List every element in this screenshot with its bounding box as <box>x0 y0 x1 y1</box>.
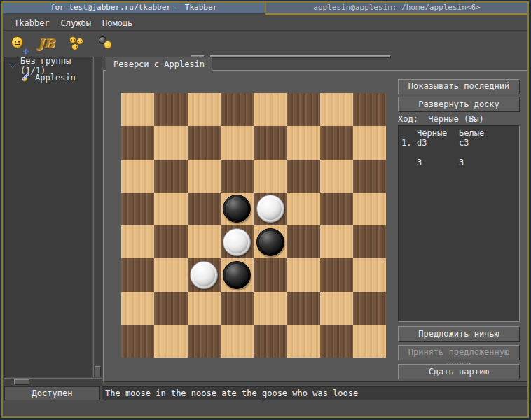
black-disc <box>223 261 251 289</box>
roster-group[interactable]: Без группы (1/1) <box>5 60 92 71</box>
board-cell[interactable] <box>254 292 287 325</box>
board-cell[interactable] <box>254 225 287 258</box>
board-cell[interactable] <box>353 160 386 192</box>
move-list-header-white: Белые <box>459 128 501 138</box>
hscroll-thumb[interactable] <box>14 379 29 385</box>
board-cell[interactable] <box>154 225 187 258</box>
board-cell[interactable] <box>254 192 287 225</box>
board-cell[interactable] <box>254 126 287 159</box>
board-cell[interactable] <box>287 192 319 225</box>
board-cell[interactable] <box>221 192 254 225</box>
board-cell[interactable] <box>221 93 254 126</box>
board-cell[interactable] <box>254 93 287 126</box>
presence-status-button[interactable]: Доступен <box>4 386 100 400</box>
paned-sash-bar[interactable] <box>210 55 391 58</box>
board-cell[interactable] <box>353 325 386 358</box>
board-cell[interactable] <box>121 258 154 291</box>
wm-tab-tkabber[interactable]: for-test@jabber.ru/tkabber - Tkabber <box>3 3 266 15</box>
wm-tab-xterm[interactable]: applesin@applesin: /home/applesin<6> <box>266 3 527 15</box>
board-cell[interactable] <box>353 258 386 291</box>
turn-indicator-label: Ход: Чёрные (Вы) <box>398 114 484 124</box>
board-cell[interactable] <box>154 160 187 192</box>
board-cell[interactable] <box>154 192 187 225</box>
board-cell[interactable] <box>188 160 221 192</box>
jabber-browser-jb-icon[interactable]: JB <box>38 35 59 53</box>
chevron-down-icon[interactable] <box>9 63 16 68</box>
move-row[interactable]: 1.d3c3 <box>401 138 516 148</box>
black-disc <box>256 228 284 256</box>
board-cell[interactable] <box>353 93 386 126</box>
menu-item-tkabber[interactable]: Tkabber <box>8 17 55 29</box>
board-cell[interactable] <box>121 225 154 258</box>
board-cell[interactable] <box>287 93 319 126</box>
reversi-board[interactable] <box>121 93 386 358</box>
board-cell[interactable] <box>188 192 221 225</box>
board-cell[interactable] <box>221 160 254 192</box>
board-cell[interactable] <box>188 93 221 126</box>
presence-balls-icon[interactable] <box>97 35 115 53</box>
board-cell[interactable] <box>287 225 319 258</box>
board-cell[interactable] <box>188 325 221 358</box>
board-cell[interactable] <box>221 225 254 258</box>
contact-name: Applesin <box>35 73 76 83</box>
board-cell[interactable] <box>154 126 187 159</box>
board-cell[interactable] <box>121 93 154 126</box>
vscroll-thumb[interactable] <box>95 366 101 377</box>
board-cell[interactable] <box>154 258 187 291</box>
offer-draw-button[interactable]: Предложить ничью <box>398 326 520 342</box>
board-cell[interactable] <box>320 292 353 325</box>
disc-count-row: 3 3 <box>401 158 516 167</box>
move-list[interactable]: Чёрные Белые 1.d3c3 3 3 <box>398 125 520 322</box>
board-cell[interactable] <box>221 258 254 291</box>
board-cell[interactable] <box>221 292 254 325</box>
board-cell[interactable] <box>221 126 254 159</box>
show-last-move-button[interactable]: Показывать последний ход <box>398 79 520 94</box>
board-cell[interactable] <box>188 258 221 291</box>
add-contact-smiley-icon[interactable]: + <box>10 35 28 53</box>
board-cell[interactable] <box>320 325 353 358</box>
board-cell[interactable] <box>353 225 386 258</box>
board-cell[interactable] <box>188 126 221 159</box>
tkabber-window: for-test@jabber.ru/tkabber - Tkabber app… <box>1 1 529 418</box>
flip-board-button[interactable]: Развернуть доску <box>398 97 520 112</box>
board-cell[interactable] <box>154 93 187 126</box>
groupchat-smileys-icon[interactable] <box>69 35 87 53</box>
menu-item-помощь[interactable]: Помощь <box>97 17 138 29</box>
board-cell[interactable] <box>154 325 187 358</box>
board-cell[interactable] <box>353 292 386 325</box>
board-cell[interactable] <box>254 325 287 358</box>
board-cell[interactable] <box>188 292 221 325</box>
menu-item-службы[interactable]: Службы <box>55 17 97 29</box>
board-cell[interactable] <box>121 160 154 192</box>
board-cell[interactable] <box>221 325 254 358</box>
white-disc-count: 3 <box>459 158 501 167</box>
tab-reversi-game[interactable]: Реверси с Applesin <box>106 57 212 71</box>
board-cell[interactable] <box>287 292 319 325</box>
resign-button[interactable]: Сдать партию <box>398 364 520 379</box>
board-cell[interactable] <box>320 192 353 225</box>
board-cell[interactable] <box>353 126 386 159</box>
board-cell[interactable] <box>254 160 287 192</box>
roster-horizontal-scrollbar[interactable] <box>4 378 102 386</box>
status-message-field[interactable]: The moose in the noose ate the goose who… <box>102 386 527 400</box>
roster-vertical-scrollbar[interactable] <box>93 57 102 377</box>
board-cell[interactable] <box>320 225 353 258</box>
white-move: c3 <box>459 138 501 148</box>
board-cell[interactable] <box>320 93 353 126</box>
board-cell[interactable] <box>287 126 319 159</box>
board-cell[interactable] <box>320 160 353 192</box>
board-cell[interactable] <box>154 292 187 325</box>
board-cell[interactable] <box>121 292 154 325</box>
board-cell[interactable] <box>188 225 221 258</box>
board-cell[interactable] <box>287 325 319 358</box>
board-cell[interactable] <box>287 160 319 192</box>
board-cell[interactable] <box>121 325 154 358</box>
board-cell[interactable] <box>254 258 287 291</box>
board-cell[interactable] <box>121 126 154 159</box>
accept-draw-button[interactable]: Принять предложенную ничью <box>398 345 520 360</box>
board-cell[interactable] <box>320 258 353 291</box>
board-cell[interactable] <box>287 258 319 291</box>
board-cell[interactable] <box>353 192 386 225</box>
board-cell[interactable] <box>121 192 154 225</box>
board-cell[interactable] <box>320 126 353 159</box>
